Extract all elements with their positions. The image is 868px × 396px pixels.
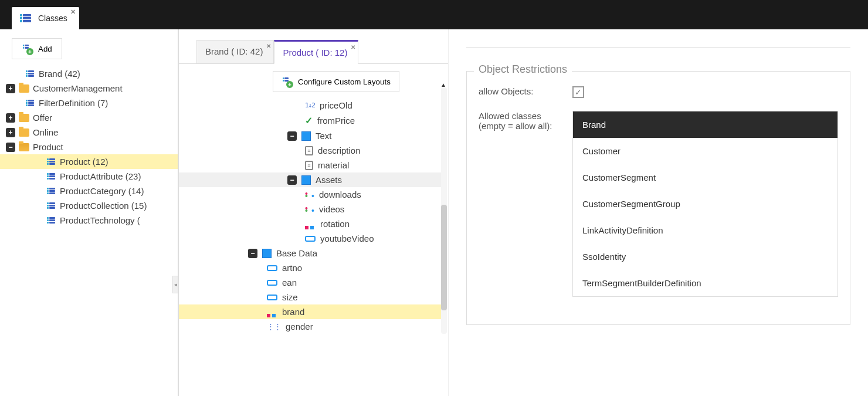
class-icon (46, 157, 56, 166)
field-label: description (318, 145, 361, 155)
allowed-class-customersegment[interactable]: CustomerSegment (573, 164, 838, 191)
relation-icon (305, 221, 316, 227)
field-row-brand[interactable]: brand (179, 304, 443, 319)
field-label: brand (282, 307, 304, 317)
app-top-bar: Classes ✕ (0, 0, 868, 29)
field-row-youtubevideo[interactable]: youtubeVideo (179, 231, 443, 246)
sidebar-item-offer[interactable]: +Offer (0, 110, 178, 125)
input-field-icon (267, 280, 277, 286)
sidebar-collapse-handle[interactable]: ◂ (172, 276, 178, 293)
wysiwyg-icon: ≡ (305, 146, 313, 155)
folder-icon (19, 114, 29, 122)
editor-tab-0[interactable]: Brand ( ID: 42)✕ (196, 40, 274, 63)
sidebar-item-brand-42-[interactable]: Brand (42) (0, 66, 178, 81)
field-row-downloads[interactable]: •downloads (179, 187, 443, 202)
sidebar-item-productcollection-15-[interactable]: ProductCollection (15) (0, 198, 178, 213)
sidebar-item-productattribute-23-[interactable]: ProductAttribute (23) (0, 169, 178, 184)
input-field-icon (267, 265, 277, 271)
sidebar-item-customermanagement[interactable]: +CustomerManagement (0, 81, 178, 96)
field-row-description[interactable]: ≡description (179, 143, 443, 158)
folder-icon (19, 84, 29, 93)
relation-multi-icon: • (305, 205, 314, 214)
field-row-priceold[interactable]: 1↓2priceOld (179, 98, 443, 113)
allow-objects-checkbox[interactable]: ✓ (572, 86, 584, 98)
relation-multi-icon: • (305, 190, 314, 199)
properties-panel: Object Restrictions allow Objects: ✓ All… (449, 29, 868, 396)
class-icon (46, 172, 56, 181)
input-field-icon (305, 236, 316, 242)
field-row-text[interactable]: −Text (179, 128, 443, 143)
collapse-icon[interactable]: − (248, 249, 257, 258)
allowed-class-linkactivitydefinition[interactable]: LinkActivityDefinition (573, 217, 838, 243)
class-icon (46, 187, 56, 195)
numeric-icon: 1↓2 (305, 101, 315, 109)
expand-icon[interactable]: + (6, 113, 15, 123)
scrollbar-thumb[interactable] (441, 205, 447, 310)
sidebar-item-online[interactable]: +Online (0, 125, 178, 140)
collapse-icon[interactable]: − (287, 175, 297, 185)
allowed-class-brand[interactable]: Brand (573, 111, 838, 138)
tree-item-label: Product (33, 142, 63, 152)
field-label: size (282, 292, 298, 302)
close-icon[interactable]: ✕ (351, 44, 355, 50)
field-label: Text (316, 131, 332, 141)
scrollbar-track[interactable] (441, 87, 447, 334)
expand-icon[interactable]: + (6, 84, 15, 93)
tree-item-label: ProductAttribute (23) (60, 171, 141, 181)
folder-icon (19, 128, 29, 137)
configure-button-label: Configure Custom Layouts (298, 77, 391, 86)
tree-item-label: Online (33, 127, 58, 137)
close-icon[interactable]: ✕ (266, 43, 271, 49)
field-label: downloads (319, 189, 361, 199)
field-row-artno[interactable]: artno (179, 260, 443, 275)
close-icon[interactable]: ✕ (70, 8, 76, 16)
class-icon (25, 99, 35, 107)
input-field-icon (267, 295, 277, 300)
collapse-icon[interactable]: − (6, 143, 15, 152)
field-row-material[interactable]: ≡material (179, 158, 443, 172)
tree-item-label: Brand (42) (39, 69, 80, 79)
allowed-class-customersegmentgroup[interactable]: CustomerSegmentGroup (573, 191, 838, 217)
allowed-classes-list[interactable]: BrandCustomerCustomerSegmentCustomerSegm… (572, 111, 838, 297)
allowed-class-ssoidentity[interactable]: SsoIdentity (573, 243, 838, 270)
field-label: Assets (316, 175, 342, 185)
allowed-class-customer[interactable]: Customer (573, 138, 838, 164)
sidebar-item-product[interactable]: −Product (0, 140, 178, 154)
sidebar-item-product-12-[interactable]: Product (12) (0, 154, 178, 169)
allowed-classes-label: Allowed classes (empty = allow all): (479, 111, 561, 131)
wysiwyg-icon: ≡ (305, 161, 313, 170)
editor-tabs: Brand ( ID: 42)✕Product ( ID: 12)✕ (179, 29, 448, 64)
field-row-base-data[interactable]: −Base Data (179, 246, 443, 260)
multiselect-icon: ⋮⋮ (267, 322, 281, 331)
expand-icon[interactable]: + (6, 128, 15, 137)
main-tab-classes[interactable]: Classes ✕ (12, 7, 79, 29)
field-row-ean[interactable]: ean (179, 275, 443, 290)
field-row-videos[interactable]: •videos (179, 202, 443, 216)
sidebar-item-productcategory-14-[interactable]: ProductCategory (14) (0, 184, 178, 198)
sidebar-item-producttechnology-[interactable]: ProductTechnology ( (0, 213, 178, 228)
field-label: videos (319, 204, 344, 214)
main-tab-label: Classes (38, 13, 67, 23)
field-row-fromprice[interactable]: ✓fromPrice (179, 113, 443, 128)
field-row-gender[interactable]: ⋮⋮gender (179, 319, 443, 334)
editor-tab-1[interactable]: Product ( ID: 12)✕ (274, 40, 358, 64)
allowed-class-termsegmentbuilderdefinition[interactable]: TermSegmentBuilderDefinition (573, 270, 838, 296)
configure-icon: + (282, 76, 292, 87)
fieldset-legend: Object Restrictions (474, 63, 572, 76)
collapse-icon[interactable]: − (287, 131, 297, 141)
field-row-rotation[interactable]: rotation (179, 216, 443, 231)
tree-item-label: CustomerManagement (33, 83, 123, 93)
add-button[interactable]: + Add (12, 38, 62, 59)
sidebar-item-filterdefinition-7-[interactable]: FilterDefinition (7) (0, 96, 178, 110)
field-label: Base Data (276, 248, 317, 258)
tree-item-label: Offer (33, 113, 52, 123)
center-panel: Brand ( ID: 42)✕Product ( ID: 12)✕ + Con… (179, 29, 449, 396)
tab-label: Brand ( ID: 42) (205, 46, 263, 56)
field-row-size[interactable]: size (179, 290, 443, 304)
tab-label: Product ( ID: 12) (283, 48, 347, 57)
configure-layouts-button[interactable]: + Configure Custom Layouts (273, 71, 399, 92)
panel-icon (301, 175, 311, 185)
field-row-assets[interactable]: −Assets (179, 172, 443, 187)
field-label: rotation (320, 219, 350, 229)
object-restrictions-fieldset: Object Restrictions allow Objects: ✓ All… (466, 71, 850, 325)
